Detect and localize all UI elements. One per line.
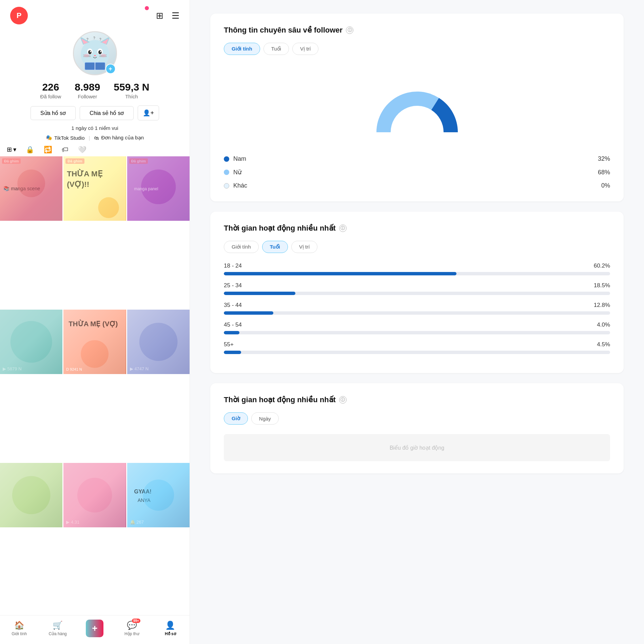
svg-text:manga panel: manga panel (134, 187, 158, 191)
nu-label: Nữ (233, 169, 241, 176)
tab-activity-age[interactable]: Tuổi (262, 241, 288, 253)
age-label-35-44: 35 - 44 (224, 302, 242, 309)
nav-profile[interactable]: 👤 Hồ sơ (160, 621, 180, 636)
video-cell-5[interactable]: THỪA MẸ (VỢ) D 9241 N (63, 310, 126, 374)
age-row-35-44: 35 - 44 12.8% (224, 302, 610, 315)
bookmark-icon[interactable]: ⊞ (156, 11, 163, 21)
video-cell-3[interactable]: Đã ghim manga panel (127, 156, 190, 221)
video-cell-1[interactable]: Đã ghim 📚 manga scene (0, 156, 62, 221)
tiktok-studio-icon: 🎭 (46, 135, 52, 141)
tag-icon[interactable]: 🏷 (62, 146, 69, 154)
svg-point-31 (98, 197, 119, 218)
video-grid: Đã ghim 📚 manga scene Đã ghim THỪA MẸ (V… (0, 156, 190, 615)
followers-label: Follower (78, 94, 97, 99)
create-button[interactable]: + (86, 620, 103, 637)
age-bars: 18 - 24 60.2% 25 - 34 18.5% 35 - 44 (224, 262, 610, 354)
svg-point-8 (98, 50, 102, 54)
bar-track-25-34 (224, 292, 610, 295)
tab-day[interactable]: Ngày (251, 412, 279, 425)
tab-hour[interactable]: Giờ (224, 412, 248, 425)
bottom-nav: 🏠 Giới tính 🛒 Cửa hàng + 💬 99+ Hộp thư 👤… (0, 615, 190, 644)
add-avatar-button[interactable]: + (105, 64, 116, 74)
orders-icon: 🛍 (94, 135, 99, 141)
activity-time-title-2: Thời gian hoạt động nhiều nhất ⓘ (224, 395, 610, 404)
svg-point-7 (88, 50, 92, 54)
nav-inbox[interactable]: 💬 99+ Hộp thư (122, 621, 142, 636)
age-row-18-24: 18 - 24 60.2% (224, 262, 610, 275)
nam-label: Nam (233, 155, 246, 162)
add-friend-button[interactable]: 👤+ (138, 105, 159, 120)
khac-pct: 0% (601, 182, 610, 189)
bar-fill-35-44 (224, 311, 273, 315)
svg-point-41 (139, 323, 177, 361)
svg-point-45 (77, 478, 112, 512)
inbox-badge-wrap: 💬 99+ (127, 621, 137, 630)
home-icon: 🏠 (14, 621, 24, 630)
tab-age[interactable]: Tuổi (264, 43, 289, 55)
nu-dot (224, 170, 229, 175)
activity-info-icon-2[interactable]: ⓘ (339, 396, 347, 404)
age-pct-18-24: 60.2% (594, 262, 610, 269)
profile-section: ? ? ? (0, 28, 190, 141)
nav-shop[interactable]: 🛒 Cửa hàng (47, 621, 68, 636)
edit-profile-button[interactable]: Sửa hồ sơ (31, 106, 76, 120)
nav-home[interactable]: 🏠 Giới tính (9, 621, 30, 636)
video-cell-7[interactable] (0, 463, 62, 527)
svg-point-49 (143, 480, 174, 511)
following-label: Đã follow (40, 94, 61, 99)
heart-icon[interactable]: 🤍 (78, 145, 86, 154)
nam-dot (224, 156, 229, 162)
video-cell-8[interactable]: ▶ 4.31 (63, 463, 126, 527)
follower-tab-group: Giới tính Tuổi Vị trí (224, 43, 610, 55)
stat-following: 226 Đã follow (40, 81, 61, 99)
svg-point-50 (397, 112, 437, 146)
tiktok-studio-link[interactable]: 🎭 TikTok Studio (46, 135, 84, 141)
svg-point-43 (12, 476, 51, 514)
profile-label: Hồ sơ (165, 631, 176, 636)
tab-activity-location[interactable]: Vị trí (291, 241, 318, 253)
share-profile-button[interactable]: Chia sẻ hồ sơ (80, 106, 134, 120)
follower-insights-title: Thông tin chuyên sâu về follower ⓘ (224, 26, 610, 35)
avatar-wrap: ? ? ? (73, 31, 117, 75)
activity-time-card-2: Thời gian hoạt động nhiều nhất ⓘ Giờ Ngà… (210, 383, 624, 473)
stat-followers: 8.989 Follower (75, 81, 100, 99)
video-cell-9[interactable]: 🔔 267 GYAA! ANYA (127, 463, 190, 527)
gender-donut-chart (346, 64, 488, 146)
video-cell-2[interactable]: Đã ghim THỪA MẸ (VỢ)!! (63, 156, 126, 221)
filter-dropdown[interactable]: ⊞ ▾ (7, 146, 16, 153)
tab-location[interactable]: Vị trí (292, 43, 319, 55)
links-row: 🎭 TikTok Studio | 🛍 Đơn hàng của bạn (46, 135, 144, 141)
shop-label: Cửa hàng (48, 631, 66, 636)
tab-activity-gender[interactable]: Giới tính (224, 241, 259, 253)
repost-icon[interactable]: 🔁 (44, 145, 52, 154)
right-panel: Thông tin chuyên sâu về follower ⓘ Giới … (190, 0, 644, 644)
activity-info-icon-1[interactable]: ⓘ (339, 225, 347, 232)
menu-icon[interactable]: ☰ (172, 11, 179, 21)
orders-link[interactable]: 🛍 Đơn hàng của bạn (94, 135, 144, 141)
followers-count: 8.989 (75, 81, 100, 93)
following-count: 226 (42, 81, 59, 93)
link-divider: | (89, 135, 90, 141)
activity-tab-group-1: Giới tính Tuổi Vị trí (224, 241, 610, 253)
left-panel: P ⊞ ☰ (0, 0, 190, 644)
follower-insights-card: Thông tin chuyên sâu về follower ⓘ Giới … (210, 14, 624, 201)
svg-point-16 (94, 55, 96, 56)
filter-bar: ⊞ ▾ 🔒 🔁 🏷 🤍 (0, 141, 190, 156)
bar-fill-25-34 (224, 292, 295, 295)
gender-legend: Nam 32% Nữ 68% Khác 0% (224, 155, 610, 189)
age-pct-25-34: 18.5% (594, 282, 610, 289)
nam-pct: 32% (598, 155, 610, 162)
action-buttons: Sửa hồ sơ Chia sẻ hồ sơ 👤+ (31, 105, 159, 120)
video-cell-4[interactable]: ▶ 5879 N (0, 310, 62, 374)
svg-text:THỪA MẸ: THỪA MẸ (67, 169, 103, 178)
age-row-55plus: 55+ 4.5% (224, 341, 610, 354)
shop-icon: 🛒 (53, 621, 63, 630)
follower-info-icon[interactable]: ⓘ (346, 26, 353, 34)
stats-row: 226 Đã follow 8.989 Follower 559,3 N Thí… (40, 81, 150, 99)
lock-icon[interactable]: 🔒 (26, 145, 34, 154)
tab-gender[interactable]: Giới tính (224, 43, 260, 55)
tiktok-studio-label: TikTok Studio (54, 135, 84, 141)
age-row-25-34: 25 - 34 18.5% (224, 282, 610, 295)
chevron-down-icon: ▾ (13, 146, 16, 153)
video-cell-6[interactable]: ▶ 4747 N (127, 310, 190, 374)
